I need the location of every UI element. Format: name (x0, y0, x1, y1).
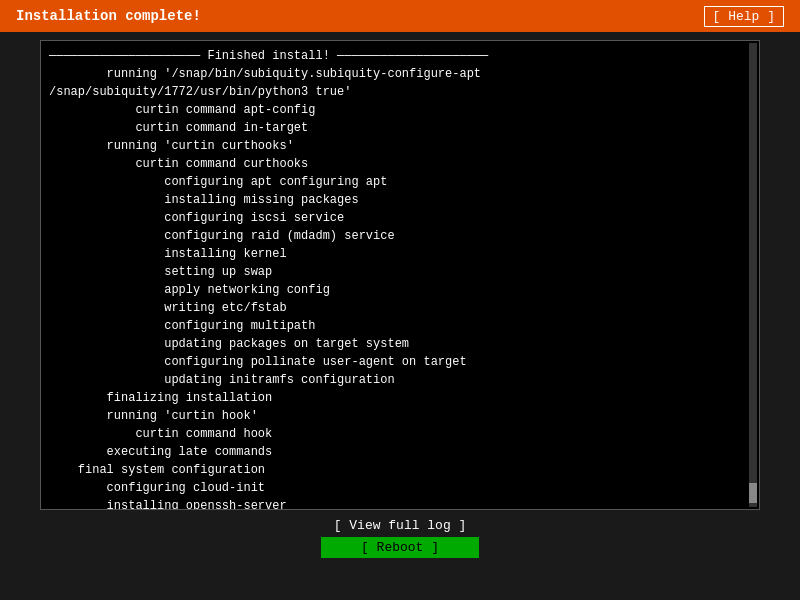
log-box: ————————————————————— Finished install! … (40, 40, 760, 510)
log-content: ————————————————————— Finished install! … (49, 47, 751, 510)
buttons-area: View full log Reboot (321, 516, 479, 558)
view-full-log-button[interactable]: View full log (326, 516, 475, 535)
main-content: ————————————————————— Finished install! … (0, 32, 800, 600)
reboot-button[interactable]: Reboot (321, 537, 479, 558)
scrollbar[interactable] (749, 43, 757, 507)
header-bar: Installation complete! [ Help ] (0, 0, 800, 32)
scrollbar-thumb (749, 483, 757, 503)
header-title: Installation complete! (16, 8, 201, 24)
help-button[interactable]: [ Help ] (704, 6, 784, 27)
